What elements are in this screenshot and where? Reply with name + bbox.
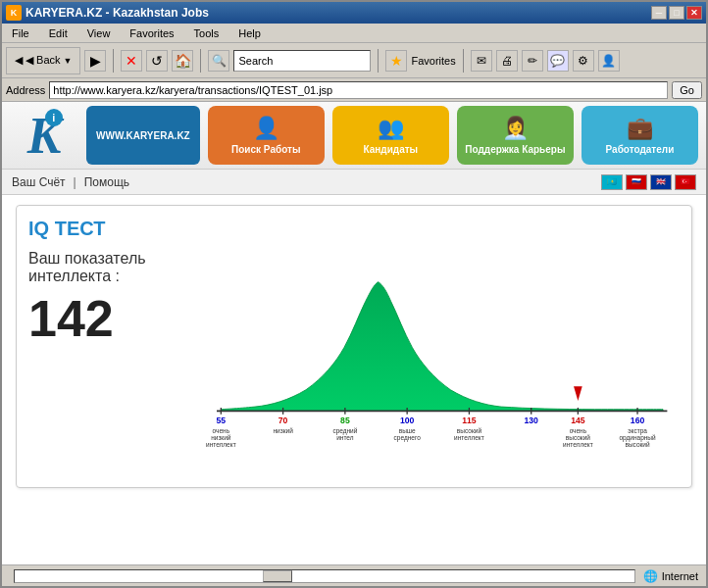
- search-history-button[interactable]: 🔍: [208, 50, 229, 72]
- iq-score-label: Ваш показатель интеллекта :: [28, 250, 184, 285]
- label-130-value: 130: [524, 416, 538, 425]
- bell-curve-svg: 55 очень низкий интеллект 70 низкий 85 с: [204, 250, 680, 475]
- candidates-label: Кандидаты: [363, 144, 418, 155]
- minimize-button[interactable]: ─: [651, 6, 667, 20]
- label-145-text2: высокий: [565, 434, 590, 441]
- toolbar-separator-4: [463, 49, 464, 73]
- label-70-value: 70: [278, 416, 287, 425]
- flag-gb[interactable]: 🇬🇧: [650, 174, 672, 190]
- forward-button[interactable]: ▶: [84, 50, 106, 72]
- address-label: Address: [6, 84, 45, 96]
- menu-bar: File Edit View Favorites Tools Help: [2, 24, 706, 43]
- address-input[interactable]: [49, 81, 668, 99]
- search-label: Search: [238, 55, 273, 67]
- address-bar: Address Go: [2, 78, 706, 102]
- bell-curve-path: [221, 282, 663, 412]
- favorites-star-icon[interactable]: ★: [385, 50, 407, 72]
- label-55-text: очень: [212, 427, 229, 434]
- career-support-button[interactable]: 👩‍💼 Поддержка Карьеры: [457, 106, 574, 165]
- browser-window: K KARYERA.KZ - Kazakhstan Jobs ─ □ ✕ Fil…: [0, 0, 708, 588]
- refresh-button[interactable]: ↺: [146, 50, 168, 72]
- label-115-value: 115: [462, 416, 477, 425]
- go-button[interactable]: Go: [672, 81, 702, 99]
- menu-view[interactable]: View: [81, 26, 117, 40]
- flag-kz[interactable]: 🇰🇿: [601, 174, 623, 190]
- account-link[interactable]: Ваш Счёт: [12, 175, 66, 189]
- job-search-icon: 👤: [253, 116, 279, 141]
- nav-separator: |: [74, 175, 76, 189]
- label-115-text2: интеллект: [454, 434, 484, 441]
- site-name-badge[interactable]: WWW.KARYERA.KZ: [86, 106, 200, 165]
- label-55-text3: интеллект: [206, 441, 236, 448]
- help-link[interactable]: Помощь: [84, 175, 129, 189]
- close-button[interactable]: ✕: [686, 6, 702, 20]
- iq-score-section: Ваш показатель интеллекта : 142: [28, 250, 184, 358]
- label-55-value: 55: [216, 416, 226, 425]
- job-search-label: Поиск Работы: [231, 144, 300, 155]
- horizontal-scrollbar[interactable]: [14, 569, 635, 583]
- label-160-text3: высокий: [625, 441, 650, 448]
- edit-button[interactable]: ✏: [522, 50, 543, 72]
- site-header: K i WWW.KARYERA.KZ 👤 Поиск Работы 👥 Канд…: [2, 102, 706, 170]
- flag-ru[interactable]: 🇷🇺: [626, 174, 647, 190]
- menu-edit[interactable]: Edit: [43, 26, 74, 40]
- stop-button[interactable]: ✕: [121, 50, 142, 72]
- site-name-text: WWW.KARYERA.KZ: [96, 130, 190, 141]
- maximize-button[interactable]: □: [669, 6, 684, 20]
- career-support-icon: 👩‍💼: [502, 116, 529, 141]
- label-100-text2: среднего: [393, 434, 421, 442]
- internet-icon: 🌐: [643, 569, 658, 583]
- menu-file[interactable]: File: [6, 26, 35, 40]
- window-title: KARYERA.KZ - Kazakhstan Jobs: [25, 6, 651, 20]
- user-button[interactable]: 👤: [598, 50, 620, 72]
- search-box[interactable]: Search: [233, 50, 371, 72]
- label-160-value: 160: [630, 416, 644, 425]
- label-145-value: 145: [571, 416, 585, 425]
- label-115-text: высокий: [456, 427, 481, 434]
- menu-help[interactable]: Help: [232, 26, 267, 40]
- label-85-text2: интел: [336, 434, 354, 441]
- flag-tr[interactable]: 🇹🇷: [675, 174, 696, 190]
- candidates-button[interactable]: 👥 Кандидаты: [332, 106, 449, 165]
- toolbar-separator-3: [378, 49, 379, 73]
- home-button[interactable]: 🏠: [172, 50, 193, 72]
- toolbar-separator-2: [200, 49, 201, 73]
- back-icon: ◀: [15, 54, 23, 67]
- score-arrow: [574, 386, 582, 401]
- back-dropdown-icon[interactable]: ▼: [64, 56, 73, 66]
- main-content: IQ ТЕСТ Ваш показатель интеллекта : 142: [2, 195, 706, 564]
- label-85-value: 85: [340, 416, 350, 425]
- favorites-button[interactable]: Favorites: [411, 55, 455, 67]
- label-145-text3: интеллект: [563, 441, 593, 448]
- label-100-text: выше: [398, 427, 415, 434]
- site-nav: Ваш Счёт | Помощь 🇰🇿 🇷🇺 🇬🇧 🇹🇷: [2, 170, 706, 195]
- title-bar: K KARYERA.KZ - Kazakhstan Jobs ─ □ ✕: [2, 2, 706, 24]
- page-content: K i WWW.KARYERA.KZ 👤 Поиск Работы 👥 Канд…: [2, 102, 706, 564]
- settings-button[interactable]: ⚙: [573, 50, 594, 72]
- toolbar: ◀ ◀ Back ▼ ▶ ✕ ↺ 🏠 🔍 Search ★ Favorites …: [2, 43, 706, 78]
- back-button[interactable]: ◀ ◀ Back ▼: [6, 47, 80, 74]
- iq-score-value: 142: [28, 289, 184, 348]
- employers-label: Работодатели: [606, 144, 675, 155]
- label-100-value: 100: [400, 416, 415, 425]
- app-icon: K: [6, 5, 22, 21]
- mail-button[interactable]: ✉: [471, 50, 492, 72]
- menu-tools[interactable]: Tools: [188, 26, 226, 40]
- language-flags: 🇰🇿 🇷🇺 🇬🇧 🇹🇷: [601, 174, 696, 190]
- label-70-text: низкий: [273, 427, 293, 434]
- employers-button[interactable]: 💼 Работодатели: [582, 106, 698, 165]
- window-controls: ─ □ ✕: [651, 6, 702, 20]
- job-search-button[interactable]: 👤 Поиск Работы: [208, 106, 325, 165]
- iq-title: IQ ТЕСТ: [28, 218, 680, 240]
- scrollbar-thumb[interactable]: [263, 570, 292, 582]
- print-button[interactable]: 🖨: [496, 50, 518, 72]
- toolbar-separator-1: [113, 49, 114, 73]
- candidates-icon: 👥: [378, 116, 404, 141]
- iq-chart: 55 очень низкий интеллект 70 низкий 85 с: [204, 250, 680, 475]
- info-badge: i: [45, 109, 63, 126]
- discuss-button[interactable]: 💬: [547, 50, 569, 72]
- site-logo: K i: [10, 106, 78, 165]
- menu-favorites[interactable]: Favorites: [124, 26, 179, 40]
- status-bar: 🌐 Internet: [2, 564, 706, 586]
- status-text: Internet: [662, 570, 698, 582]
